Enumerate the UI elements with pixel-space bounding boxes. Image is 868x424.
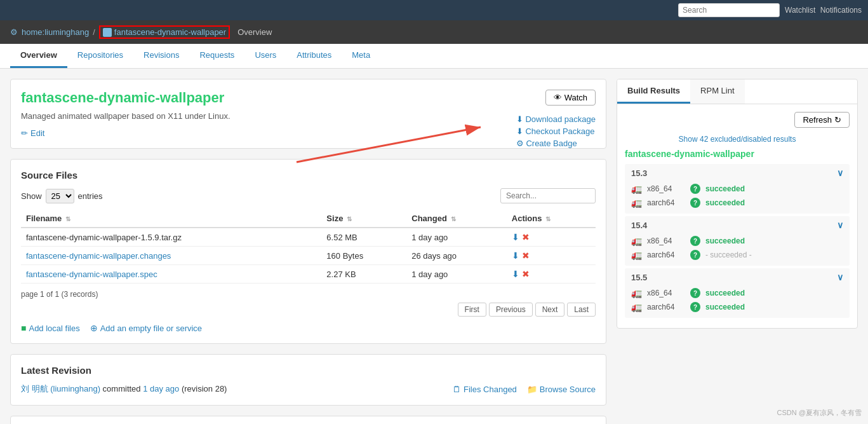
last-button[interactable]: Last xyxy=(567,303,596,317)
arch-label: aarch64 xyxy=(647,198,685,207)
revision-text: 刘 明航 (liuminghang) committed 1 day ago (… xyxy=(21,383,227,395)
file-actions-bottom: ■ Add local files ⊕ Add an empty file or… xyxy=(21,323,596,333)
source-files-panel: Source Files Show 25 10 50 entries xyxy=(10,159,606,344)
tab-revisions[interactable]: Revisions xyxy=(133,44,189,68)
status-dot: ? xyxy=(690,250,700,260)
tab-requests[interactable]: Requests xyxy=(189,44,244,68)
tab-overview[interactable]: Overview xyxy=(10,44,67,68)
file-actions-cell: ⬇ ✖ xyxy=(507,247,596,265)
file-actions-cell: ⬇ ✖ xyxy=(507,228,596,247)
build-rows: 🚛 x86_64 ? succeeded 🚛 aarch64 ? - succe… xyxy=(625,234,850,266)
truck-icon: 🚛 xyxy=(631,302,642,312)
build-content: Refresh ↻ Show 42 excluded/disabled resu… xyxy=(617,104,857,328)
tab-rpm-lint[interactable]: RPM Lint xyxy=(690,79,744,104)
excluded-results-link[interactable]: Show 42 excluded/disabled results xyxy=(679,135,796,144)
delete-icon[interactable]: ✖ xyxy=(522,232,530,242)
status-label: succeeded xyxy=(705,236,745,245)
next-button[interactable]: Next xyxy=(535,303,565,317)
build-rows: 🚛 x86_64 ? succeeded 🚛 aarch64 ? succeed… xyxy=(625,182,850,214)
tab-repositories[interactable]: Repositories xyxy=(67,44,133,68)
build-rows: 🚛 x86_64 ? succeeded 🚛 aarch64 ? succeed… xyxy=(625,286,850,318)
search-input[interactable] xyxy=(678,3,780,17)
latest-revision-title: Latest Revision xyxy=(21,365,596,376)
breadcrumb-home[interactable]: home:liuminghang xyxy=(22,27,89,37)
delete-icon[interactable]: ✖ xyxy=(522,269,530,279)
col-actions: Actions ⇅ xyxy=(507,210,596,228)
revision-content: 刘 明航 (liuminghang) committed 1 day ago (… xyxy=(21,383,596,395)
file-name-link[interactable]: fantascene-dynamic-wallpaper.spec xyxy=(26,270,157,279)
previous-button[interactable]: Previous xyxy=(489,303,533,317)
left-panel: fantascene-dynamic-wallpaper Managed ani… xyxy=(10,79,606,424)
tab-meta[interactable]: Meta xyxy=(342,44,380,68)
version-label: 15.5 xyxy=(631,273,647,282)
sort-icon-size: ⇅ xyxy=(347,215,352,222)
table-controls: Show 25 10 50 entries xyxy=(21,188,596,203)
download-icon[interactable]: ⬇ xyxy=(512,269,519,279)
col-filename[interactable]: Filename ⇅ xyxy=(21,210,321,228)
arch-label: x86_64 xyxy=(647,184,685,193)
build-version: 15.4∨ 🚛 x86_64 ? succeeded 🚛 aarch64 ? -… xyxy=(625,216,850,266)
breadcrumb-separator: / xyxy=(93,27,95,37)
pagination-buttons: First Previous Next Last xyxy=(21,303,596,317)
checkout-icon: ⬇ xyxy=(516,127,523,136)
chevron-down-icon: ∨ xyxy=(837,220,843,230)
checkout-package-link[interactable]: ⬇ Checkout Package xyxy=(516,127,596,136)
create-badge-link[interactable]: ⚙ Create Badge xyxy=(516,139,596,148)
tabs-bar: Overview Repositories Revisions Requests… xyxy=(0,44,868,69)
package-icon xyxy=(103,28,112,37)
build-version-header[interactable]: 15.3∨ xyxy=(625,164,850,182)
tab-attributes[interactable]: Attributes xyxy=(286,44,342,68)
status-dot: ? xyxy=(690,302,700,312)
files-changed-icon: 🗒 xyxy=(453,385,461,394)
refresh-icon: ↻ xyxy=(834,115,841,125)
browse-source-icon: 📁 xyxy=(527,385,537,394)
truck-icon: 🚛 xyxy=(631,184,642,194)
watch-button[interactable]: 👁 Watch xyxy=(545,90,596,106)
build-version-header[interactable]: 15.4∨ xyxy=(625,216,850,234)
table-row: fantascene-dynamic-wallpaper.changes160 … xyxy=(21,247,596,265)
breadcrumb-package-link[interactable]: fantascene-dynamic-wallpaper xyxy=(114,27,226,37)
comments-panel: Comments 0 xyxy=(10,416,606,424)
entries-select[interactable]: 25 10 50 xyxy=(46,189,74,203)
build-version-header[interactable]: 15.5∨ xyxy=(625,268,850,286)
file-name-cell: fantascene-dynamic-wallpaper-1.5.9.tar.g… xyxy=(21,228,321,247)
package-description: Managed animated wallpaper based on X11 … xyxy=(21,111,596,121)
excluded-link: Show 42 excluded/disabled results xyxy=(625,134,850,144)
time-ago-link[interactable]: 1 day ago xyxy=(143,384,179,393)
file-name-cell: fantascene-dynamic-wallpaper.spec xyxy=(21,265,321,284)
download-icon[interactable]: ⬇ xyxy=(512,250,519,261)
refresh-button[interactable]: Refresh ↻ xyxy=(794,112,850,128)
download-icon[interactable]: ⬇ xyxy=(512,232,519,242)
build-row: 🚛 aarch64 ? succeeded xyxy=(631,300,843,314)
table-search xyxy=(500,188,596,203)
file-name-link[interactable]: fantascene-dynamic-wallpaper.changes xyxy=(26,251,171,261)
edit-link[interactable]: ✏Edit xyxy=(21,128,44,138)
arch-label: aarch64 xyxy=(647,303,685,311)
download-package-link[interactable]: ⬇ Download package xyxy=(516,114,596,124)
status-dot: ? xyxy=(690,288,700,298)
add-empty-file-link[interactable]: ⊕ Add an empty file or service xyxy=(90,323,202,333)
chevron-down-icon: ∨ xyxy=(837,168,843,178)
files-search-input[interactable] xyxy=(500,188,596,203)
arch-label: x86_64 xyxy=(647,236,685,245)
col-size[interactable]: Size ⇅ xyxy=(321,210,406,228)
status-label: - succeeded - xyxy=(705,250,752,259)
build-version: 15.3∨ 🚛 x86_64 ? succeeded 🚛 aarch64 ? s… xyxy=(625,164,850,214)
tab-users[interactable]: Users xyxy=(244,44,286,68)
browse-source-link[interactable]: 📁 Browse Source xyxy=(527,385,596,394)
status-label: succeeded xyxy=(705,303,745,311)
author-link[interactable]: 刘 明航 (liuminghang) xyxy=(21,384,100,393)
build-versions: 15.3∨ 🚛 x86_64 ? succeeded 🚛 aarch64 ? s… xyxy=(625,164,850,318)
tab-build-results[interactable]: Build Results xyxy=(617,79,690,104)
eye-icon: 👁 xyxy=(554,93,562,102)
add-local-files-link[interactable]: ■ Add local files xyxy=(21,323,80,333)
files-changed-link[interactable]: 🗒 Files Changed xyxy=(453,385,517,394)
table-row: fantascene-dynamic-wallpaper.spec2.27 KB… xyxy=(21,265,596,284)
file-actions-cell: ⬇ ✖ xyxy=(507,265,596,284)
show-entries: Show 25 10 50 entries xyxy=(21,189,103,203)
status-dot: ? xyxy=(690,184,700,194)
col-changed[interactable]: Changed ⇅ xyxy=(406,210,507,228)
first-button[interactable]: First xyxy=(458,303,486,317)
delete-icon[interactable]: ✖ xyxy=(522,250,530,261)
watermark: CSDN @夏有凉风，冬有雪 xyxy=(777,408,862,418)
